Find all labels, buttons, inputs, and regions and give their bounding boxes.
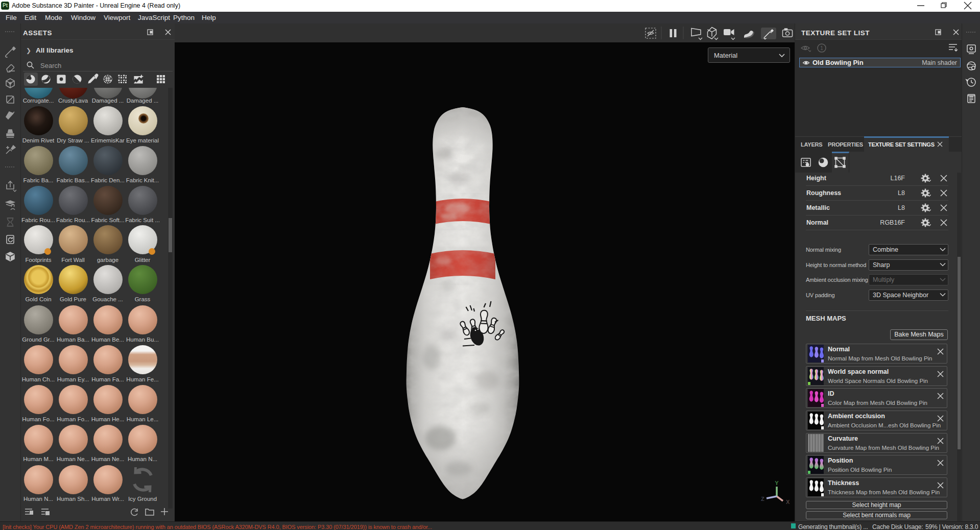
- svg-text:X: X: [786, 499, 790, 505]
- svg-text:Y: Y: [775, 480, 779, 486]
- svg-text:1: 1: [820, 45, 823, 51]
- svg-text:Z: Z: [761, 496, 764, 502]
